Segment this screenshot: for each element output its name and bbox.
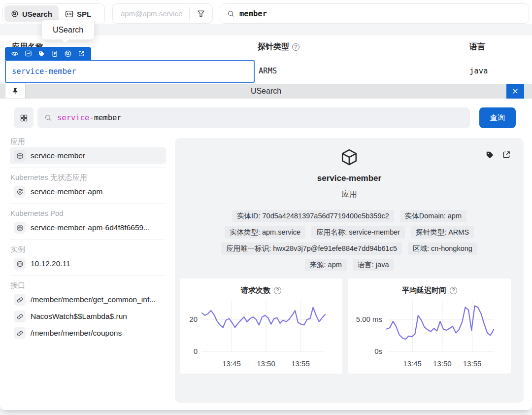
svg-text:20: 20 (189, 315, 198, 323)
panel-search-input[interactable]: service-member (37, 107, 470, 128)
usearch-panel: USearch service-member 查询 应用service-memb… (0, 84, 532, 410)
sidebar-group-label: 应用 (10, 136, 166, 147)
search-icon (227, 10, 235, 18)
query-button[interactable]: 查询 (479, 107, 516, 128)
cell-probe-type: ARMS (259, 67, 277, 75)
code-icon (65, 10, 73, 18)
divider (10, 240, 166, 240)
detail-tag: 来源: apm (305, 259, 347, 271)
sidebar-item[interactable]: service-member-apm (10, 183, 166, 200)
global-search-input[interactable]: member (220, 3, 529, 24)
svg-text:13:55: 13:55 (463, 359, 482, 368)
panel-header: USearch (0, 84, 532, 99)
help-icon[interactable]: ? (450, 287, 457, 294)
detail-tag: 实体ID: 70d5a42481397a56d7719400e5b359c2 (232, 210, 394, 222)
api-icon (14, 311, 26, 322)
divider (10, 168, 166, 168)
usearch-logo-icon (11, 10, 19, 18)
usearch-icon[interactable] (64, 49, 72, 58)
svg-text:13:50: 13:50 (433, 359, 452, 368)
svg-text:13:45: 13:45 (403, 359, 422, 368)
pin-button[interactable] (5, 83, 26, 99)
sidebar-item[interactable]: NacosWatch$$Lambda$.run (10, 308, 166, 325)
tooltip-usearch: USearch (41, 20, 95, 40)
detail-tag: 实体Domain: apm (400, 210, 466, 222)
filter-button[interactable] (190, 4, 212, 23)
detail-tag: 语言: java (353, 259, 394, 271)
svg-text:13:50: 13:50 (257, 359, 275, 368)
chart-icon[interactable] (24, 49, 33, 58)
detail-tag: 区域: cn-hongkong (408, 242, 477, 255)
entity-type-icon (175, 148, 524, 167)
chart-title: 请求次数? (180, 278, 342, 296)
search-icon (44, 114, 52, 122)
sidebar-item[interactable]: /member/member/coupons (10, 325, 166, 342)
close-icon (511, 87, 520, 96)
svg-text:13:45: 13:45 (222, 359, 241, 368)
scope-input-group: apm@apm.service (112, 3, 213, 24)
sidebar-item[interactable]: /member/member/get_common_inf... (10, 291, 166, 308)
tag-icon[interactable] (37, 49, 46, 58)
sidebar-group-label: Kubernetes 无状态应用 (10, 172, 166, 183)
category-grid-button[interactable] (14, 107, 33, 128)
svg-text:13:55: 13:55 (291, 359, 310, 368)
sidebar-group-label: 实例 (10, 243, 166, 255)
cube-icon (14, 150, 26, 162)
help-icon[interactable]: ? (274, 287, 281, 294)
charts-row: 请求次数?20013:4513:5013:55平均延迟时间?5.00 ms0s1… (180, 278, 511, 374)
top-toolbar: USearch SPL apm@apm.service member USear… (0, 0, 532, 24)
help-icon[interactable]: ? (292, 43, 299, 51)
cell-editor-input[interactable]: service-member (5, 60, 255, 83)
entity-tags: 实体ID: 70d5a42481397a56d7719400e5b359c2实体… (205, 210, 494, 271)
document-icon[interactable] (50, 49, 59, 58)
globe-icon (14, 258, 26, 270)
cell-language: java (469, 67, 488, 75)
svg-text:5.00 ms: 5.00 ms (356, 315, 382, 323)
svg-text:0: 0 (194, 347, 198, 355)
api-icon (14, 294, 26, 306)
chart-title: 平均延迟时间? (348, 278, 511, 296)
sidebar-item[interactable]: 10.12.20.11 (10, 255, 166, 272)
detail-tag: 探针类型: ARMS (411, 226, 474, 239)
deployment-icon (14, 186, 26, 198)
col-header-language: 语言 (469, 42, 485, 52)
entity-title: service-member (175, 173, 524, 183)
scope-input[interactable]: apm@apm.service (113, 9, 189, 18)
grid-icon (20, 114, 28, 122)
detail-tag: 应用唯一标识: hwx28v3j7p@fe91efe884e7dd94b61c5 (221, 242, 402, 255)
svg-text:0s: 0s (374, 347, 382, 355)
sidebar-item[interactable]: service-member (10, 147, 166, 164)
panel-title: USearch (0, 84, 532, 99)
close-button[interactable] (506, 84, 524, 99)
entity-subtitle: 应用 (175, 189, 524, 200)
divider (10, 204, 166, 204)
cell-toolbar (5, 47, 91, 60)
page: USearch SPL apm@apm.service member USear… (0, 0, 532, 415)
eye-icon[interactable] (11, 49, 19, 58)
entity-detail-panel: service-member 应用 实体ID: 70d5a42481397a56… (175, 138, 524, 403)
results-table: 应用名称 探针类型? 语言 service-member ARMS java (0, 35, 532, 84)
detail-tag: 实体类型: apm.service (225, 226, 305, 239)
external-link-icon[interactable] (77, 49, 85, 58)
pin-icon (11, 87, 19, 95)
chart-card-0: 请求次数?20013:4513:5013:55 (180, 278, 342, 374)
col-header-probe-type: 探针类型? (258, 42, 299, 52)
api-icon (14, 327, 26, 339)
result-sidebar: 应用service-memberKubernetes 无状态应用service-… (10, 136, 166, 342)
pod-icon (14, 222, 26, 234)
panel-body: service-member 查询 应用service-memberKubern… (0, 99, 532, 410)
divider (10, 276, 166, 276)
sidebar-group-label: 接口 (10, 279, 166, 291)
sidebar-item[interactable]: service-member-apm-6d4f8f6659... (10, 219, 166, 236)
filter-icon (197, 9, 205, 18)
chart-card-1: 平均延迟时间?5.00 ms0s13:4513:5013:55 (348, 278, 511, 374)
sidebar-group-label: Kubernetes Pod (10, 208, 166, 219)
detail-tag: 应用名称: service-member (311, 226, 405, 239)
